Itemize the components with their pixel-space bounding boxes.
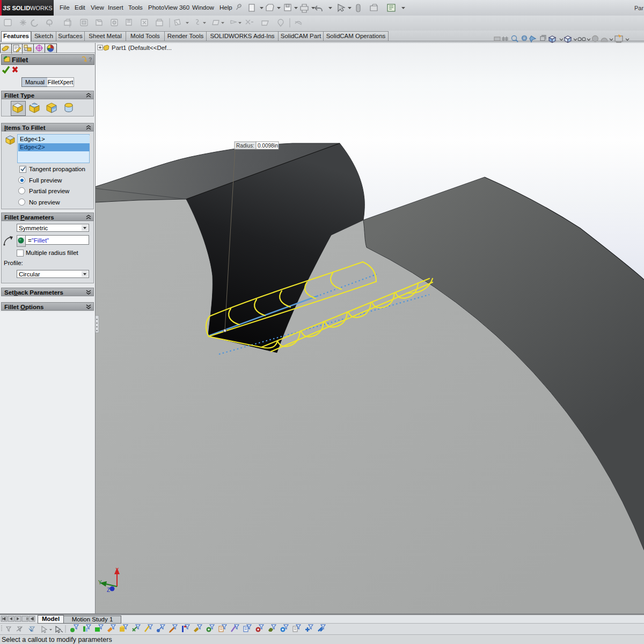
svg-text:Z: Z (107, 587, 110, 593)
svg-text:Y: Y (98, 580, 102, 586)
svg-text:X: X (115, 567, 119, 573)
svg-text:Part1 (Default<<Def...: Part1 (Default<<Def... (112, 45, 172, 51)
svg-text:?: ? (89, 56, 92, 63)
svg-text:0.0098in: 0.0098in (258, 143, 278, 149)
svg-text:Radius:: Radius: (236, 143, 254, 149)
